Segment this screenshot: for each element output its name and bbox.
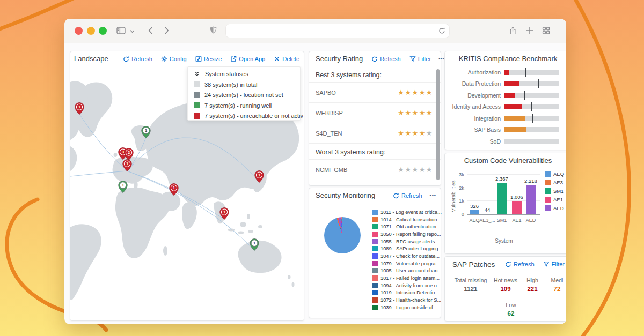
filter-icon: [409, 56, 416, 62]
y-tick-label: 0: [452, 211, 464, 217]
system-name: S4D_TEN: [316, 130, 398, 137]
security-monitoring-title: Security Monitoring: [316, 191, 375, 199]
new-tab-icon[interactable]: [526, 27, 533, 34]
chart-legend-item: AED: [545, 205, 564, 211]
back-icon[interactable]: [148, 26, 153, 35]
patch-stat-high: High221: [526, 277, 538, 292]
legend-label: AEQ: [553, 171, 564, 177]
stat-value: 221: [526, 286, 538, 292]
map-pin-alert[interactable]: 1: [169, 183, 179, 196]
refresh-button[interactable]: Refresh: [371, 56, 401, 62]
rating-row[interactable]: NCMI_GMB★★★★★: [309, 160, 441, 180]
alert-legend-item: 1014 - Critical transaction...: [372, 216, 442, 223]
map-pin-alert[interactable]: 1: [254, 170, 264, 183]
filter-label: Filter: [552, 261, 565, 267]
star-rating: ★★★★★: [398, 166, 433, 174]
star-icon: ★: [398, 88, 405, 96]
legend-header: System statuses: [188, 67, 300, 79]
rating-row[interactable]: SAPBO★★★★★: [309, 83, 441, 103]
share-icon[interactable]: [509, 26, 517, 35]
rating-row[interactable]: WEBDISP★★★★★: [309, 103, 441, 123]
close-window-button[interactable]: [75, 27, 83, 35]
sidebar-toggle-icon[interactable]: [116, 26, 126, 35]
zoom-window-button[interactable]: [99, 27, 107, 35]
landscape-delete-button[interactable]: Delete: [274, 56, 299, 62]
benchmark-marker: [525, 68, 526, 77]
refresh-icon: [123, 56, 129, 62]
overflow-menu-button[interactable]: •••: [430, 193, 436, 198]
refresh-button[interactable]: Refresh: [505, 261, 535, 267]
map-pin-alert[interactable]: 1: [122, 159, 132, 171]
status-color-swatch: [194, 92, 200, 98]
alert-label: 1094 - Activity from one u...: [380, 283, 441, 288]
star-icon: ★: [405, 166, 412, 174]
map-pin-ok[interactable]: 1: [141, 126, 151, 138]
url-bar[interactable]: [225, 24, 450, 38]
landscape-resize-button[interactable]: Resize: [195, 56, 222, 62]
privacy-shield-icon[interactable]: [209, 26, 217, 35]
kritis-row: Development: [445, 89, 566, 101]
kritis-row: Authorization: [445, 66, 566, 78]
button-label: Config: [170, 56, 187, 62]
scrollbar[interactable]: [436, 69, 440, 180]
svg-text:1: 1: [126, 161, 128, 166]
refresh-label: Refresh: [401, 192, 422, 199]
forward-icon[interactable]: [164, 26, 170, 35]
alert-color-swatch: [372, 253, 378, 259]
alert-label: 1089 - SAProuter Logging: [380, 246, 438, 251]
filter-button[interactable]: Filter: [543, 261, 565, 267]
filter-icon: [543, 261, 550, 267]
chart-legend-item: AEQ: [545, 170, 564, 177]
map-status-legend: System statuses 38 system(s) in total24 …: [187, 66, 301, 121]
alert-label: 1017 - Failed login attem...: [380, 275, 440, 281]
status-label: 7 system(s) - unreachable or not active: [204, 113, 303, 119]
benchmark-track: [504, 70, 559, 75]
status-color-swatch: [194, 102, 200, 108]
rating-section-header: Worst 3 systems rating:: [309, 144, 441, 160]
security-rating-header: Security Rating Refresh Filter •••: [309, 51, 441, 66]
map-pin-alert[interactable]: 1: [75, 102, 84, 115]
star-icon: ★: [405, 109, 412, 117]
status-color-swatch: [194, 113, 200, 119]
bar-AED: [526, 185, 536, 214]
alert-label: 1072 - Health-check for S...: [380, 297, 441, 303]
map-pin-alert[interactable]: 2: [124, 148, 134, 160]
x-tick-label: AED: [521, 218, 540, 223]
star-icon: ★: [426, 129, 433, 137]
benchmark-track: [504, 127, 559, 132]
map-legend-item: 7 system(s) - running well: [188, 100, 300, 111]
rating-list: Best 3 systems rating:SAPBO★★★★★WEBDISP★…: [309, 66, 441, 185]
landscape-open-app-button[interactable]: Open App: [230, 56, 265, 62]
alert-label: 1071 - Old authentication...: [380, 224, 441, 229]
kritis-row: SoD: [445, 136, 566, 147]
reload-icon[interactable]: [438, 27, 445, 36]
map-pin-alert[interactable]: 1: [219, 207, 229, 220]
alert-color-swatch: [372, 261, 378, 266]
map-pin-ok[interactable]: 1: [118, 181, 128, 193]
alert-color-swatch: [372, 297, 378, 303]
rating-row[interactable]: S4D_TEN★★★★★: [309, 123, 441, 144]
benchmark-track: [504, 93, 559, 98]
star-rating: ★★★★★: [398, 88, 433, 96]
landscape-config-button[interactable]: Config: [161, 56, 187, 62]
benchmark-marker: [524, 91, 525, 100]
y-tick-label: 2k: [452, 185, 464, 191]
alert-legend-item: 1055 - RFC usage alerts: [372, 238, 442, 245]
chevron-down-icon[interactable]: [130, 29, 135, 33]
tab-overview-icon[interactable]: [542, 27, 550, 34]
refresh-button[interactable]: Refresh: [393, 192, 422, 199]
landscape-refresh-button[interactable]: Refresh: [123, 56, 152, 62]
minimize-window-button[interactable]: [87, 27, 95, 35]
collapse-icon[interactable]: [194, 71, 200, 77]
map-pin-ok[interactable]: 1: [250, 238, 259, 251]
alert-color-swatch: [372, 283, 378, 288]
bar-AE3_: [482, 214, 492, 214]
bar-value-label: 2,218: [519, 178, 543, 184]
alerts-legend: 1011 - Log event at critica...1014 - Cri…: [372, 208, 442, 311]
map-legend-item: 38 system(s) in total: [188, 79, 300, 90]
filter-button[interactable]: Filter: [409, 56, 431, 62]
benchmark-marker: [538, 79, 539, 88]
chart-legend-item: AE3_: [545, 179, 566, 185]
star-icon: ★: [426, 88, 433, 96]
star-icon: ★: [419, 166, 426, 174]
